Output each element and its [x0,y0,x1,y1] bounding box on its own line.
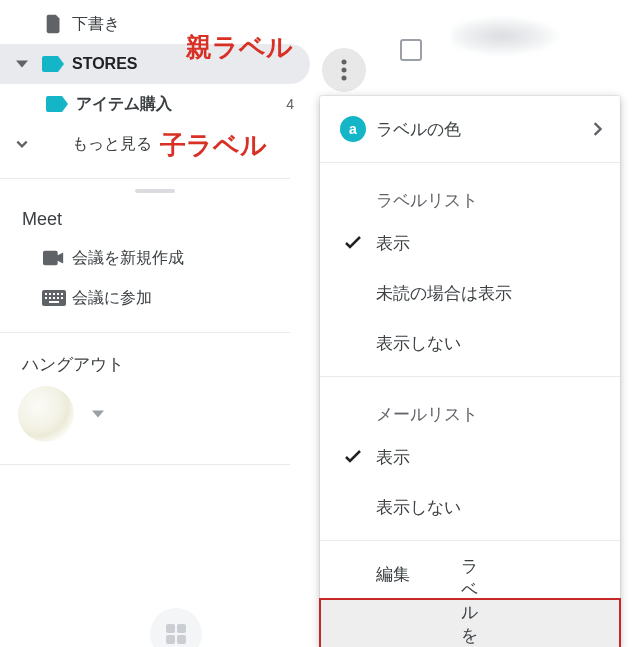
menu-separator [320,376,620,377]
child-label: アイテム購入 [76,94,286,115]
sidebar: 下書き STORES アイテム購入 4 もっと見る Meet 会議 [0,0,310,465]
menu-separator [320,540,620,541]
menu-show-text: 表示 [370,232,602,255]
sidebar-item-stores[interactable]: STORES [0,44,310,84]
divider [0,464,290,465]
svg-rect-4 [57,293,59,295]
meet-new[interactable]: 会議を新規作成 [0,238,310,278]
svg-rect-3 [53,293,55,295]
hangout-account-row[interactable] [0,382,310,442]
svg-rect-5 [61,293,63,295]
avatar [18,386,74,442]
menu-show-if-unread-text: 未読の場合は表示 [370,282,602,305]
svg-rect-11 [49,301,59,303]
svg-rect-6 [45,297,47,299]
divider [0,332,290,333]
hangout-section-title: ハングアウト [0,343,310,382]
menu-hide[interactable]: 表示しない [320,318,620,368]
svg-point-12 [342,60,347,65]
label-context-menu: a ラベルの色 ラベルリスト 表示 未読の場合は表示 表示しない メールリスト … [320,96,620,647]
check-icon [336,236,370,250]
svg-rect-2 [49,293,51,295]
menu-section-mail-list: メールリスト [320,385,620,432]
keyboard-icon [36,290,72,306]
hangouts-chat-icon[interactable] [150,608,202,647]
svg-rect-9 [57,297,59,299]
chevron-right-icon [592,122,602,136]
sidebar-item-drafts[interactable]: 下書き [0,4,310,44]
svg-rect-7 [49,297,51,299]
meet-section-title: Meet [0,201,310,238]
menu-mail-show[interactable]: 表示 [320,432,620,482]
sidebar-item-more[interactable]: もっと見る [0,124,310,164]
collapse-icon[interactable] [8,58,36,70]
videocam-icon [36,250,72,266]
menu-delete-label[interactable]: ラベルを削除 [320,599,620,647]
menu-delete-text: ラベルを削除 [461,555,478,647]
drafts-label: 下書き [72,14,298,35]
menu-label-color-text: ラベルの色 [370,118,592,141]
menu-mail-hide[interactable]: 表示しない [320,482,620,532]
menu-edit-text: 編集 [370,563,602,586]
svg-rect-10 [61,297,63,299]
check-icon [336,450,370,464]
svg-rect-1 [45,293,47,295]
stores-label: STORES [72,55,298,73]
meet-join[interactable]: 会議に参加 [0,278,310,318]
more-label: もっと見る [72,134,298,155]
svg-rect-8 [53,297,55,299]
menu-show-if-unread[interactable]: 未読の場合は表示 [320,268,620,318]
drafts-icon [36,13,72,35]
blurred-preview [452,16,632,78]
divider [0,178,290,179]
color-badge-icon: a [336,116,370,142]
dropdown-caret-icon[interactable] [92,408,104,420]
label-icon [40,94,76,114]
menu-mail-show-text: 表示 [370,446,602,469]
select-all-checkbox[interactable] [400,39,422,61]
menu-hide-text: 表示しない [370,332,602,355]
menu-show[interactable]: 表示 [320,218,620,268]
menu-section-label-list: ラベルリスト [320,171,620,218]
menu-separator [320,162,620,163]
menu-label-color[interactable]: a ラベルの色 [320,104,620,154]
svg-point-14 [342,76,347,81]
label-actions-button[interactable] [322,48,366,92]
sidebar-item-child[interactable]: アイテム購入 4 [0,84,310,124]
svg-point-13 [342,68,347,73]
label-icon [36,54,72,74]
menu-mail-hide-text: 表示しない [370,496,602,519]
child-count: 4 [286,96,298,112]
meet-new-label: 会議を新規作成 [72,248,298,269]
chevron-down-icon [8,137,36,151]
meet-join-label: 会議に参加 [72,288,298,309]
resize-grip[interactable] [135,189,175,193]
